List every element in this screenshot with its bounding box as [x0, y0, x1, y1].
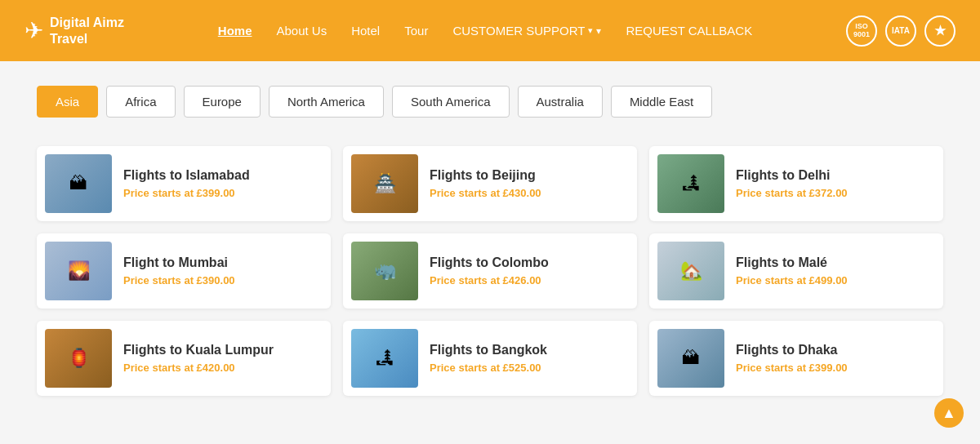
flight-title-colombo: Flights to Colombo	[430, 255, 629, 270]
filter-middle-east[interactable]: Middle East	[611, 86, 712, 118]
filter-europe[interactable]: Europe	[184, 86, 261, 118]
flight-img-islamabad: 🏔	[45, 154, 112, 213]
nav-item-home[interactable]: Home	[218, 24, 252, 38]
filter-north-america[interactable]: North America	[269, 86, 384, 118]
header: ✈ Digital Aimz Travel Home About Us Hote…	[0, 0, 980, 61]
logo[interactable]: ✈ Digital Aimz Travel	[24, 15, 124, 46]
nav-link-callback[interactable]: REQUEST CALLBACK	[626, 24, 752, 38]
flight-card-colombo[interactable]: 🦏 Flights to Colombo Price starts at £42…	[343, 233, 637, 309]
flight-card-delhi[interactable]: 🏞 Flights to Delhi Price starts at £372.…	[649, 146, 943, 221]
flight-title-mumbai: Flight to Mumbai	[123, 255, 323, 270]
flight-card-male[interactable]: 🏡 Flights to Malé Price starts at £499.0…	[649, 233, 943, 309]
flight-card-bangkok[interactable]: 🏞 Flights to Bangkok Price starts at £52…	[343, 321, 637, 396]
flight-title-delhi: Flights to Delhi	[736, 168, 935, 183]
flight-card-dhaka[interactable]: 🏔 Flights to Dhaka Price starts at £399.…	[649, 321, 943, 396]
badge-iso: ISO9001	[846, 16, 877, 47]
flight-price-colombo: Price starts at £426.00	[430, 274, 629, 286]
flight-img-dhaka: 🏔	[657, 329, 724, 388]
filter-south-america[interactable]: South America	[392, 86, 510, 118]
flight-price-mumbai: Price starts at £390.00	[123, 274, 323, 286]
plane-icon: ✈	[24, 17, 43, 44]
nav-link-home[interactable]: Home	[218, 24, 252, 38]
flight-price-bangkok: Price starts at £525.00	[430, 362, 629, 374]
flight-img-male: 🏡	[657, 242, 724, 300]
flight-title-bangkok: Flights to Bangkok	[430, 343, 629, 357]
flight-title-islamabad: Flights to Islamabad	[123, 168, 323, 183]
flight-price-dhaka: Price starts at £399.00	[736, 362, 935, 374]
badge-star: ★	[924, 16, 956, 47]
flight-img-beijing: 🏯	[351, 154, 418, 213]
flight-card-kuala-lumpur[interactable]: 🏮 Flights to Kuala Lumpur Price starts a…	[37, 321, 331, 396]
flight-title-male: Flights to Malé	[736, 255, 935, 270]
flight-title-beijing: Flights to Beijing	[430, 168, 629, 183]
filter-africa[interactable]: Africa	[106, 86, 175, 118]
flight-img-colombo: 🦏	[351, 242, 418, 300]
main-nav: Home About Us Hotel Tour CUSTOMER SUPPOR…	[218, 24, 752, 38]
nav-link-about[interactable]: About Us	[276, 24, 327, 38]
flight-price-islamabad: Price starts at £399.00	[123, 187, 323, 199]
main-content: Asia Africa Europe North America South A…	[24, 61, 956, 412]
flight-img-kuala-lumpur: 🏮	[45, 329, 112, 388]
flights-grid: 🏔 Flights to Islamabad Price starts at £…	[37, 146, 943, 396]
flight-title-kuala-lumpur: Flights to Kuala Lumpur	[123, 343, 323, 357]
flight-price-kuala-lumpur: Price starts at £420.00	[123, 362, 323, 374]
flight-card-islamabad[interactable]: 🏔 Flights to Islamabad Price starts at £…	[37, 146, 331, 221]
flight-price-beijing: Price starts at £430.00	[430, 187, 629, 199]
flight-card-mumbai[interactable]: 🌄 Flight to Mumbai Price starts at £390.…	[37, 233, 331, 309]
flight-img-bangkok: 🏞	[351, 329, 418, 388]
flight-price-delhi: Price starts at £372.00	[736, 187, 935, 199]
nav-link-tour[interactable]: Tour	[404, 24, 428, 38]
filter-bar: Asia Africa Europe North America South A…	[37, 78, 943, 126]
filter-australia[interactable]: Australia	[518, 86, 603, 118]
flight-img-mumbai: 🌄	[45, 242, 112, 300]
header-badges: ISO9001 IATA ★	[846, 16, 956, 47]
nav-item-hotel[interactable]: Hotel	[351, 24, 380, 38]
nav-item-tour[interactable]: Tour	[404, 24, 428, 38]
flight-price-male: Price starts at £499.00	[736, 274, 935, 286]
nav-item-callback[interactable]: REQUEST CALLBACK	[626, 24, 752, 38]
nav-link-support[interactable]: CUSTOMER SUPPORT ▾	[452, 24, 601, 38]
nav-item-about[interactable]: About Us	[276, 24, 327, 38]
flight-title-dhaka: Flights to Dhaka	[736, 343, 935, 357]
badge-iata: IATA	[885, 16, 916, 47]
flight-img-delhi: 🏞	[657, 154, 724, 213]
nav-item-support[interactable]: CUSTOMER SUPPORT ▾	[452, 24, 601, 38]
nav-link-hotel[interactable]: Hotel	[351, 24, 380, 38]
filter-asia[interactable]: Asia	[37, 86, 98, 118]
logo-text: Digital Aimz Travel	[50, 15, 124, 46]
flight-card-beijing[interactable]: 🏯 Flights to Beijing Price starts at £43…	[343, 146, 637, 221]
